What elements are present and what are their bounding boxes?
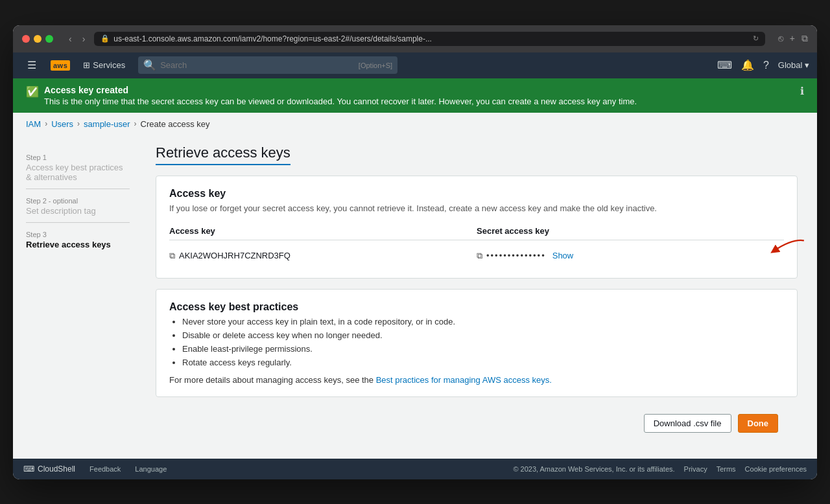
share-icon[interactable]: ⎋ <box>778 33 783 44</box>
maximize-button[interactable] <box>45 35 53 43</box>
grid-icon: ⊞ <box>83 60 90 70</box>
access-key-col-header: Access key <box>169 226 477 236</box>
secret-key-value-cell: ⧉ •••••••••••••• Show <box>477 251 784 261</box>
success-icon: ✅ <box>26 86 39 98</box>
best-practices-list: Never store your access key in plain tex… <box>169 317 784 367</box>
best-practices-note: For more details about managing access k… <box>169 375 784 385</box>
secret-key-col-header: Secret access key <box>477 226 784 236</box>
access-key-card: Access key If you lose or forget your se… <box>156 176 798 279</box>
tabs-icon[interactable]: ⧉ <box>801 33 808 44</box>
step3-label: Step 3 <box>26 231 130 238</box>
access-key-card-title: Access key <box>169 188 784 200</box>
best-practices-link[interactable]: Best practices for managing AWS access k… <box>376 375 552 385</box>
language-link[interactable]: Language <box>135 465 167 473</box>
banner-title: Access key created <box>44 85 637 95</box>
new-tab-icon[interactable]: + <box>790 33 795 44</box>
search-input[interactable] <box>160 60 355 70</box>
traffic-lights <box>22 35 53 43</box>
aws-topnav: ☰ aws ⊞ Services 🔍 [Option+S] ⌨ 🔔 ? Glob… <box>13 52 817 78</box>
bottom-bar: ⌨ CloudShell Feedback Language © 2023, A… <box>13 459 817 479</box>
browser-navigation: ‹ › <box>66 32 88 45</box>
footer-buttons: Download .csv file Done <box>156 407 798 439</box>
sidebar: Step 1 Access key best practices & alter… <box>13 135 143 459</box>
cloudshell-icon[interactable]: ⌨ <box>717 59 732 71</box>
secret-key-dots: •••••••••••••• <box>486 251 546 260</box>
privacy-link[interactable]: Privacy <box>684 465 707 473</box>
breadcrumb-sample-user[interactable]: sample-user <box>84 119 130 129</box>
banner-subtitle: This is the only time that the secret ac… <box>44 97 637 106</box>
step1-divider <box>26 189 130 189</box>
step3-title: Retrieve access keys <box>26 240 130 249</box>
keys-table-header: Access key Secret access key <box>169 222 784 240</box>
banner-info-icon[interactable]: ℹ <box>800 85 804 97</box>
list-item: Rotate access keys regularly. <box>182 358 784 367</box>
step1-title: Access key best practices & alternatives <box>26 163 130 182</box>
aws-logo: aws <box>51 60 70 71</box>
page-title: Retrieve access keys <box>156 144 290 165</box>
breadcrumb-users[interactable]: Users <box>51 119 73 129</box>
bell-icon[interactable]: 🔔 <box>741 59 754 71</box>
step2-divider <box>26 222 130 223</box>
download-csv-button[interactable]: Download .csv file <box>644 414 731 433</box>
page-area: Retrieve access keys Access key If you l… <box>143 135 817 459</box>
browser-titlebar: ‹ › 🔒 us-east-1.console.aws.amazon.com/i… <box>13 25 817 52</box>
copyright-text: © 2023, Amazon Web Services, Inc. or its… <box>513 465 674 473</box>
bottom-links: © 2023, Amazon Web Services, Inc. or its… <box>513 465 807 473</box>
region-selector[interactable]: Global ▾ <box>778 60 809 70</box>
cloudshell-label: CloudShell <box>38 464 75 474</box>
success-banner: ✅ Access key created This is the only ti… <box>13 78 817 113</box>
list-item: Enable least-privilege permissions. <box>182 344 784 354</box>
aws-logo-text: aws <box>51 60 70 71</box>
terms-link[interactable]: Terms <box>717 465 736 473</box>
step2-label: Step 2 - optional <box>26 197 130 205</box>
done-button[interactable]: Done <box>738 414 779 433</box>
reload-icon: ↻ <box>753 34 759 43</box>
address-bar[interactable]: 🔒 us-east-1.console.aws.amazon.com/iamv2… <box>94 32 765 46</box>
breadcrumb-nav: IAM › Users › sample-user › Create acces… <box>13 113 817 135</box>
search-icon: 🔍 <box>143 59 156 71</box>
copy-access-key-icon[interactable]: ⧉ <box>169 251 175 261</box>
step2-title: Set description tag <box>26 206 130 216</box>
cookie-link[interactable]: Cookie preferences <box>745 465 807 473</box>
nav-back-button[interactable]: ‹ <box>66 32 75 45</box>
banner-content: Access key created This is the only time… <box>44 85 637 106</box>
best-practices-card: Access key best practices Never store yo… <box>156 289 798 397</box>
close-button[interactable] <box>22 35 30 43</box>
search-bar[interactable]: 🔍 [Option+S] <box>138 56 397 74</box>
services-button[interactable]: ⊞ Services <box>78 58 130 73</box>
list-item: Never store your access key in plain tex… <box>182 317 784 326</box>
url-text: us-east-1.console.aws.amazon.com/iamv2/h… <box>113 34 748 43</box>
access-key-value: AKIA2WOHJRH7CZNRD3FQ <box>179 251 290 260</box>
help-icon[interactable]: ? <box>763 60 769 71</box>
cloudshell-icon: ⌨ <box>23 464 34 474</box>
search-shortcut-hint: [Option+S] <box>359 62 392 69</box>
access-key-card-subtitle: If you lose or forget your secret access… <box>169 203 784 213</box>
main-content: Step 1 Access key best practices & alter… <box>13 135 817 459</box>
cloudshell-button[interactable]: ⌨ CloudShell <box>23 464 75 474</box>
keys-table-row: ⧉ AKIA2WOHJRH7CZNRD3FQ ⧉ •••••••••••••• … <box>169 246 784 266</box>
step1-label: Step 1 <box>26 154 130 161</box>
keys-row-wrapper: ⧉ AKIA2WOHJRH7CZNRD3FQ ⧉ •••••••••••••• … <box>169 246 784 266</box>
hamburger-icon[interactable]: ☰ <box>21 59 43 71</box>
copy-secret-key-icon[interactable]: ⧉ <box>477 251 482 261</box>
access-key-value-cell: ⧉ AKIA2WOHJRH7CZNRD3FQ <box>169 251 477 261</box>
list-item: Disable or delete access key when no lon… <box>182 330 784 340</box>
minimize-button[interactable] <box>34 35 42 43</box>
lock-icon: 🔒 <box>101 34 110 43</box>
best-practices-title: Access key best practices <box>169 301 784 313</box>
feedback-link[interactable]: Feedback <box>89 465 121 473</box>
breadcrumb-current: Create access key <box>141 119 210 129</box>
breadcrumb-iam[interactable]: IAM <box>26 119 41 129</box>
nav-forward-button[interactable]: › <box>80 32 88 45</box>
browser-actions: ⎋ + ⧉ <box>778 33 808 44</box>
topnav-right: ⌨ 🔔 ? Global ▾ <box>717 59 809 71</box>
show-secret-key-link[interactable]: Show <box>552 251 574 260</box>
